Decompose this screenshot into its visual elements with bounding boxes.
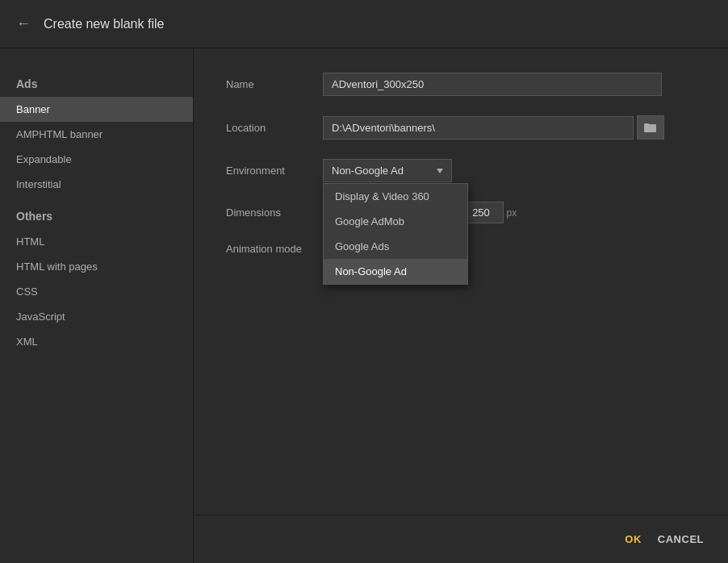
header: ← Create new blank file: [0, 0, 728, 48]
svg-rect-1: [644, 123, 649, 126]
env-option-google-ads[interactable]: Google Ads: [324, 234, 467, 259]
folder-icon: [644, 122, 657, 133]
sidebar-item-html[interactable]: HTML: [0, 229, 193, 254]
location-input[interactable]: [323, 116, 634, 140]
sidebar-item-interstitial[interactable]: Interstitial: [0, 172, 193, 197]
name-label: Name: [226, 78, 323, 90]
env-option-admob[interactable]: Google AdMob: [324, 209, 467, 234]
location-row: Location: [226, 115, 696, 140]
location-input-group: [323, 115, 664, 140]
back-button[interactable]: ←: [16, 15, 31, 32]
environment-row: Environment Non-Google Ad Display & Vide…: [226, 159, 696, 182]
environment-selected-value: Non-Google Ad: [332, 165, 404, 177]
height-px-label: px: [507, 207, 517, 219]
dimensions-label: Dimensions: [226, 206, 323, 219]
sidebar-item-css[interactable]: CSS: [0, 279, 193, 304]
environment-label: Environment: [226, 165, 323, 177]
environment-dropdown-container: Non-Google Ad Display & Video 360 Google…: [323, 159, 452, 182]
sidebar: Ads Banner AMPHTML banner Expandable Int…: [0, 48, 194, 563]
name-row: Name: [226, 73, 696, 96]
sidebar-item-javascript[interactable]: JavaScript: [0, 304, 193, 329]
env-option-non-google[interactable]: Non-Google Ad: [324, 259, 467, 284]
environment-select[interactable]: Non-Google Ad: [323, 159, 452, 182]
env-option-dv360[interactable]: Display & Video 360: [324, 184, 467, 209]
sidebar-section-others: Others: [0, 203, 193, 229]
folder-browse-button[interactable]: [637, 115, 664, 140]
footer: OK CANCEL: [194, 515, 728, 563]
content-area: Name Location Environment Non-Goog: [194, 48, 728, 563]
main-layout: Ads Banner AMPHTML banner Expandable Int…: [0, 48, 728, 563]
page-title: Create new blank file: [44, 17, 164, 31]
chevron-down-icon: [437, 169, 443, 173]
sidebar-item-banner[interactable]: Banner: [0, 97, 193, 122]
sidebar-item-xml[interactable]: XML: [0, 329, 193, 354]
sidebar-item-html-with-pages[interactable]: HTML with pages: [0, 254, 193, 279]
sidebar-section-ads: Ads: [0, 71, 193, 97]
sidebar-item-expandable[interactable]: Expandable: [0, 147, 193, 172]
sidebar-item-amphtml-banner[interactable]: AMPHTML banner: [0, 122, 193, 147]
name-input[interactable]: [323, 73, 662, 96]
animation-label: Animation mode: [226, 243, 323, 255]
cancel-button[interactable]: CANCEL: [658, 533, 704, 545]
environment-dropdown: Display & Video 360 Google AdMob Google …: [323, 183, 468, 285]
ok-button[interactable]: OK: [625, 533, 642, 545]
location-label: Location: [226, 122, 323, 134]
